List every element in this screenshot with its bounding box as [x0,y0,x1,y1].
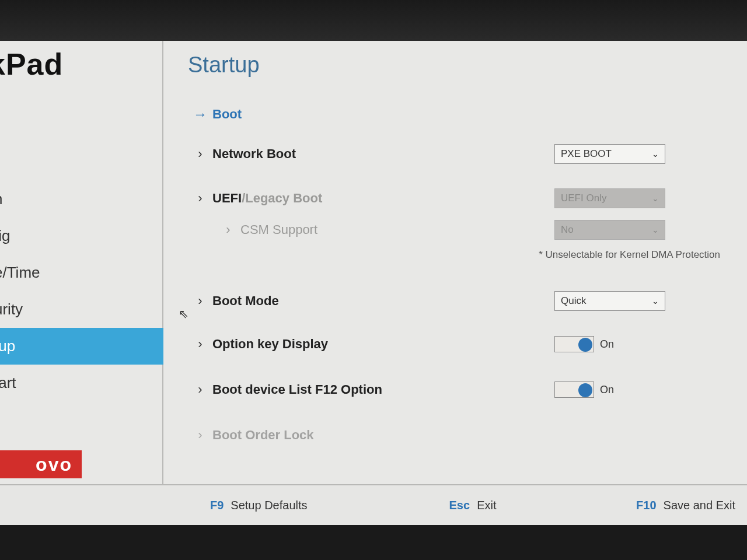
row-network-boot[interactable]: › Network Boot PXE BOOT ⌄ [188,138,724,170]
csm-support-select: No ⌄ [554,220,665,240]
boot-label: Boot [212,107,724,122]
option-key-display-toggle[interactable] [554,336,594,352]
boot-device-f12-state: On [600,384,614,396]
network-boot-select[interactable]: PXE BOOT ⌄ [554,144,665,164]
chevron-right-icon: › [188,293,212,309]
bezel-bottom [0,525,747,560]
sidebar-item-security[interactable]: urity [0,291,162,328]
uefi-legacy-select: UEFI Only ⌄ [554,188,665,208]
uefi-legacy-value: UEFI Only [561,192,606,204]
chevron-right-icon: › [188,146,212,162]
row-option-key-display[interactable]: › Option key Display On [188,328,724,360]
row-boot-device-f12[interactable]: › Boot device List F12 Option On [188,374,724,405]
row-boot-order-lock[interactable]: › Boot Order Lock [188,419,724,451]
f9-label[interactable]: Setup Defaults [231,499,307,512]
chevron-down-icon: ⌄ [652,225,659,235]
row-csm-support: › CSM Support No ⌄ [188,214,724,246]
sidebar-nav: n fig e/Time urity tup tart [0,181,162,401]
boot-device-f12-label: Boot device List F12 Option [212,382,554,397]
csm-support-value: No [561,224,574,236]
boot-mode-label: Boot Mode [212,293,554,309]
boot-device-f12-toggle[interactable] [554,382,594,398]
chevron-right-icon: › [188,382,212,397]
chevron-right-icon: › [188,191,212,206]
network-boot-label: Network Boot [212,146,554,162]
arrow-right-icon: → [188,106,212,123]
chevron-down-icon: ⌄ [652,296,659,306]
uefi-legacy-label: UEFI/Legacy Boot [212,191,554,206]
row-uefi-legacy[interactable]: › UEFI/Legacy Boot UEFI Only ⌄ [188,183,724,214]
row-boot-mode[interactable]: › Boot Mode Quick ⌄ [188,285,724,317]
main-panel: Startup → Boot › Network Boot PXE BOOT ⌄… [165,41,747,484]
page-title: Startup [188,52,724,78]
chevron-right-icon: › [188,428,212,443]
chevron-right-icon: › [216,222,240,237]
chevron-right-icon: › [188,337,212,352]
network-boot-value: PXE BOOT [561,148,612,160]
chevron-down-icon: ⌄ [652,149,659,159]
sidebar-item-config[interactable]: fig [0,218,162,254]
option-key-display-state: On [600,338,614,351]
dma-protection-note: * Unselectable for Kernel DMA Protection [188,249,724,261]
boot-mode-value: Quick [561,295,586,307]
toggle-knob [578,383,592,397]
bezel-top [0,0,747,41]
f9-key[interactable]: F9 [210,499,224,512]
sidebar-item-datetime[interactable]: e/Time [0,254,162,291]
f10-key[interactable]: F10 [636,499,656,512]
toggle-knob [578,338,592,352]
row-boot[interactable]: → Boot [188,99,724,130]
sidebar-item-restart[interactable]: tart [0,365,162,401]
sidebar-item-main[interactable]: n [0,181,162,218]
esc-label[interactable]: Exit [477,499,496,512]
sidebar: kPad n fig e/Time urity tup tart ovo [0,41,163,484]
footer-bar: F9 Setup Defaults Esc Exit F10 Save and … [0,484,747,525]
csm-support-label: CSM Support [240,222,554,237]
sidebar-item-startup[interactable]: tup [0,328,163,365]
chevron-down-icon: ⌄ [652,194,659,203]
brand-logo: kPad [0,41,162,99]
option-key-display-label: Option key Display [212,337,554,352]
vendor-badge: ovo [0,450,82,478]
boot-order-lock-label: Boot Order Lock [212,428,724,443]
boot-mode-select[interactable]: Quick ⌄ [554,291,665,311]
f10-label[interactable]: Save and Exit [664,499,735,512]
esc-key[interactable]: Esc [449,499,470,512]
